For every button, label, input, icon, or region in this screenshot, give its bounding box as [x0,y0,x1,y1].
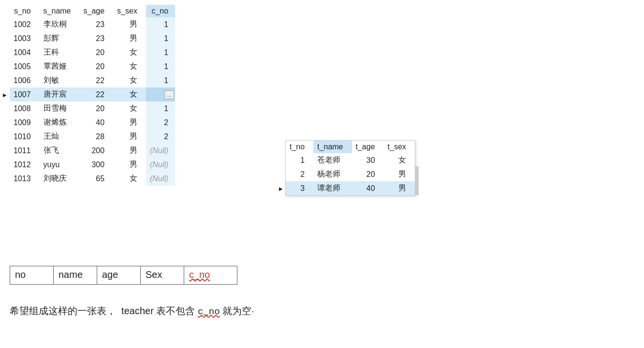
cell-ssex: 女 [113,87,146,102]
cell-sage: 28 [80,130,114,144]
cell-sname: 王科 [40,45,80,59]
cell-tname: 杨老师 [313,167,351,181]
result-header-sex: Sex· [141,266,184,285]
cell-sage: 22 [80,87,114,102]
teacher-table: t_no t_name t_age t_sex 1苍老师30女2杨老师20男▶3… [286,141,415,195]
cell-sno: 1004 [10,45,40,59]
cell-tsex: 男 [384,181,415,195]
cell-sname: 田雪梅 [40,102,80,116]
cell-cno: 1 [146,73,175,87]
cell-sname: 李欣桐 [40,17,80,31]
teacher-row[interactable]: 2杨老师20男 [286,167,415,181]
student-row[interactable]: 1003彭辉23男1 [10,31,175,45]
cell-cno: 1... [146,87,175,102]
cell-ssex: 女 [113,59,146,73]
cell-cno: 1 [146,45,175,59]
result-table-wrapper: no· name· age· Sex· c_no· [10,266,237,285]
cell-sno: 1005 [10,59,40,73]
cell-cno: 1 [146,17,175,31]
row-indicator-icon: ▶ [279,186,283,191]
cell-sage: 22 [80,73,114,87]
cell-tname: 苍老师 [313,153,351,167]
cell-ssex: 女 [113,172,146,186]
cell-ssex: 男 [113,116,146,130]
student-row[interactable]: 1009谢烯炼40男2 [10,116,175,130]
ellipsis-button[interactable]: ... [164,90,174,99]
cell-sno: 1003 [10,31,40,45]
cell-sage: 300 [80,158,114,172]
student-row[interactable]: 1008田雪梅20女1 [10,102,175,116]
cell-sno: 1006 [10,73,40,87]
teacher-header-tname: t_name [313,141,351,153]
student-row[interactable]: 1012yuyu300男(Null) [10,158,175,172]
cell-ssex: 男 [113,31,146,45]
row-indicator-icon: ▶ [3,92,7,97]
cell-sage: 200 [80,144,114,158]
cell-cno: (Null) [146,172,175,186]
cell-sname: 彭辉 [40,31,80,45]
result-table: no· name· age· Sex· c_no· [10,266,237,285]
cell-ssex: 男 [113,158,146,172]
cell-sage: 20 [80,45,114,59]
student-row[interactable]: ▶1007唐开宸22女1... [10,87,175,102]
cell-cno: 2 [146,130,175,144]
cell-sname: 唐开宸 [40,87,80,102]
cell-sage: 23 [80,31,114,45]
description-text: 希望组成这样的一张表， teacher 表不包含 c_no 就为空· [10,304,254,318]
student-header-sno: s_no [10,5,40,17]
student-table-wrapper: s_no s_name s_age s_sex c_no 1002李欣桐23男1… [10,5,175,186]
cno-reference: c_no [198,306,220,317]
student-row[interactable]: 1006刘敏22女1 [10,73,175,87]
cell-sno: 1013 [10,172,40,186]
student-header-sage: s_age [80,5,114,17]
cell-sno: 1008 [10,102,40,116]
cell-ssex: 男 [113,17,146,31]
student-row[interactable]: 1010王灿28男2 [10,130,175,144]
cell-sno: 1009 [10,116,40,130]
cell-cno: 1 [146,31,175,45]
student-row[interactable]: 1002李欣桐23男1 [10,17,175,31]
cell-ssex: 女 [113,102,146,116]
cell-sage: 23 [80,17,114,31]
teacher-row[interactable]: 1苍老师30女 [286,153,415,167]
cell-sname: 王灿 [40,130,80,144]
student-row[interactable]: 1011张飞200男(Null) [10,144,175,158]
student-header-cno: c_no [146,5,175,17]
cell-sno: 1012 [10,158,40,172]
cell-cno: 2 [146,116,175,130]
cell-ssex: 男 [113,144,146,158]
teacher-header-tno: t_no [286,141,313,153]
cell-sno: 1011 [10,144,40,158]
cell-sname: 覃茜娅 [40,59,80,73]
cell-sname: 刘敏 [40,73,80,87]
cell-ssex: 男 [113,130,146,144]
result-header-cno: c_no· [184,266,237,285]
scrollbar[interactable] [415,166,419,195]
cell-sname: 张飞 [40,144,80,158]
student-row[interactable]: 1004王科20女1 [10,45,175,59]
cell-sage: 20 [80,102,114,116]
cell-cno: (Null) [146,158,175,172]
result-header-age: age· [97,266,141,285]
cell-tage: 30 [352,153,384,167]
cell-tno: 1 [286,153,313,167]
cell-sage: 40 [80,116,114,130]
cell-tno: ▶3 [286,181,313,195]
cell-tsex: 男 [384,167,415,181]
cell-sname: 谢烯炼 [40,116,80,130]
student-row[interactable]: 1005覃茜娅20女1 [10,59,175,73]
cell-cno: 1 [146,59,175,73]
teacher-header-tage: t_age [352,141,384,153]
cell-sno: ▶1007 [10,87,40,102]
cell-tno: 2 [286,167,313,181]
cell-tage: 20 [352,167,384,181]
cell-sage: 65 [80,172,114,186]
cell-ssex: 女 [113,45,146,59]
cell-tname: 谭老师 [313,181,351,195]
cell-ssex: 女 [113,73,146,87]
teacher-row[interactable]: ▶3谭老师40男 [286,181,415,195]
student-row[interactable]: 1013刘晓庆65女(Null) [10,172,175,186]
student-header-ssex: s_sex [113,5,146,17]
cell-tsex: 女 [384,153,415,167]
cell-tage: 40 [352,181,384,195]
